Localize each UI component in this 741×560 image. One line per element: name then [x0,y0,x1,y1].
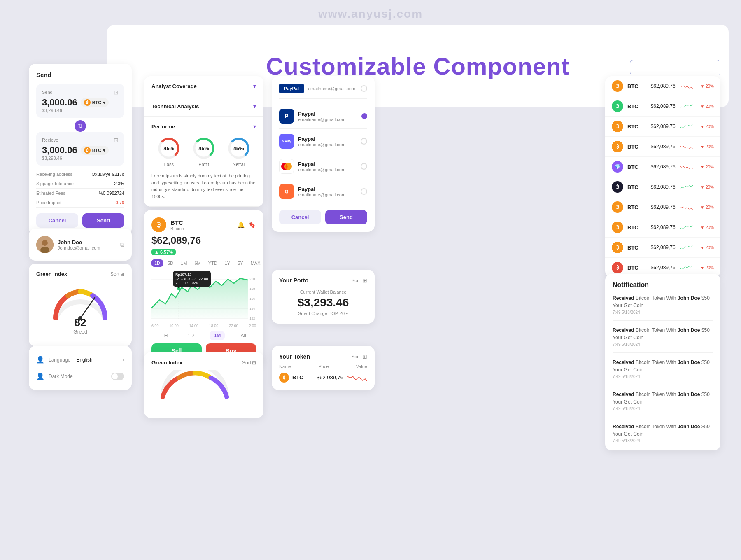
tooltip-volume: Volume: 102K [175,281,208,285]
sparkline-5 [680,162,693,172]
porto-title: Your Porto [279,277,308,284]
crypto-name-7: BTC [627,204,638,210]
fees-row: Etimated Fees %0.0982724 [36,189,124,198]
receive-usd: $3,293.46 [42,156,119,161]
bell-icon[interactable]: 🔔 [237,221,245,229]
crypto-change-10: ▼ 20% [697,266,714,270]
crypto-name-4: BTC [627,144,638,150]
payment-header-info: emailname@gmail.com [308,86,355,91]
sparkline-4 [680,142,693,152]
green-index-card2: Green Index Sort ⊞ [144,352,263,418]
swap-button[interactable]: ⇅ [75,120,86,132]
porto-sort[interactable]: Sort ⊞ [352,277,367,284]
btc-fullname: Bitcoin [170,226,184,231]
paypal-info: Paypal emailname@gmail.com [298,111,345,122]
tab-1y[interactable]: 1Y [222,259,233,267]
notif-item-2: Received Bitcoin Token With John Doe $50… [613,327,713,353]
crypto-row-7[interactable]: ₿ BTC $62,089,76 ▼ 20% [605,197,720,217]
gpay-radio[interactable] [361,138,367,145]
crypto-row-6[interactable]: ₿ BTC $62,089,76 ▼ 20% [605,177,720,197]
qr-radio[interactable] [361,188,367,195]
crypto-icon-6: ₿ [612,181,623,193]
coin-badge[interactable]: ₿ BTC ▾ [81,98,109,107]
crypto-price-10: $62,089,76 [643,265,676,271]
gpay-icon: GPay [279,134,294,149]
payment-cancel-button[interactable]: Cancel [279,210,321,224]
receive-label: Recieve ⊡ [42,137,119,143]
gauge-svg2 [151,370,238,399]
btc-price: $62,089,76 [151,235,256,246]
qr-icon: Q [279,184,294,199]
crypto-change-1: ▼ 20% [697,84,714,89]
svg-text:198: 198 [249,287,255,291]
sparkline-7 [680,202,693,212]
profile-info: John Doe Johndoe@gmail.com [58,239,100,250]
crypto-change-3: ▼ 20% [697,124,714,129]
mc-radio[interactable] [361,163,367,170]
analyst-coverage-header[interactable]: Analyst Coverage ▾ [144,76,263,96]
perform-gauges: 45% Loss 45% Profit [151,136,256,167]
chart-x-labels: 6:00 10:00 14:00 18:00 22:00 2:00 [151,324,256,328]
period-1d[interactable]: 1D [184,331,198,340]
crypto-row-1[interactable]: ₿ BTC $62,089,76 ▼ 20% [605,76,720,96]
period-1m[interactable]: 1M [210,331,225,340]
language-arrow[interactable]: › [123,357,124,363]
bookmark-icon[interactable]: 🔖 [248,221,256,229]
tab-max[interactable]: MAX [248,259,263,267]
perform-header[interactable]: Performe ▾ [144,117,263,136]
profit-gauge-circle: 45% [192,136,216,160]
payment-send-button[interactable]: Send [325,210,367,224]
sparkline-9 [680,243,693,253]
crypto-icon-10: ₿ [612,262,623,273]
notif-item-4: Received Bitcoin Token With John Doe $50… [613,391,713,417]
tab-6m[interactable]: 6M [191,259,203,267]
porto-card: Your Porto Sort ⊞ Current Wallet Balance… [272,270,375,324]
send-button[interactable]: Send [82,213,124,228]
tab-5d[interactable]: 5D [165,259,176,267]
crypto-row-2[interactable]: ₿ BTC $62,089,76 ▼ 20% [605,96,720,117]
search-input[interactable] [630,60,720,75]
green-index-title2: Green Index [151,359,182,366]
token-btc-icon: ₿ [279,373,289,383]
header-radio[interactable] [361,85,367,92]
sparkline-6 [680,182,693,192]
crypto-row-3[interactable]: ₿ BTC $62,089,76 ▼ 20% [605,117,720,137]
receive-btc-icon: ₿ [84,147,91,154]
green-index-card: Green Index Sort ⊞ 82 Greed [29,264,132,346]
receive-coin-badge[interactable]: ₿ BTC ▾ [81,146,109,155]
tab-1m[interactable]: 1M [178,259,190,267]
tab-5y[interactable]: 5Y [235,259,246,267]
technical-analysis-header[interactable]: Technical Analysis ▾ [144,96,263,116]
period-all[interactable]: All [236,331,250,340]
crypto-name-3: BTC [627,124,638,130]
sparkline-3 [680,121,693,132]
payment-buttons: Cancel Send [279,210,367,224]
period-1h[interactable]: 1H [157,331,172,340]
copy-icon[interactable]: ⧉ [120,241,124,248]
crypto-row-9[interactable]: ₿ BTC $62,089,76 ▼ 20% [605,238,720,258]
dark-mode-toggle[interactable] [111,373,124,380]
hero-title: Customizable Component [266,52,569,80]
payment-header-email: emailname@gmail.com [308,86,355,91]
perform-body: 45% Loss 45% Profit [144,136,263,206]
analyst-card: Analyst Coverage ▾ Technical Analysis ▾ … [144,76,263,207]
tab-ytd[interactable]: YTD [205,259,220,267]
chart-area: Rp197.12 28 Okt 2022 - 22:00 Volume: 102… [151,271,256,320]
token-card: Your Token Sort ⊞ Name Price Value ₿ BTC… [272,346,375,390]
crypto-row-4[interactable]: ₿ BTC $62,089,76 ▼ 20% [605,137,720,157]
smart-change[interactable]: Smart Change BOP-20 ▾ [279,311,367,316]
svg-text:194: 194 [249,307,255,310]
green-index-header2: Green Index Sort ⊞ [151,359,256,366]
sort-icon2[interactable]: Sort ⊞ [242,360,256,366]
crypto-row-5[interactable]: 💎 BTC $62,089,76 ▼ 20% [605,157,720,177]
sort-icon[interactable]: Sort ⊞ [110,271,124,277]
svg-text:196: 196 [249,297,255,301]
tab-1d[interactable]: 1D [151,259,163,267]
notif-text-3: Received Bitcoin Token With John Doe $50… [613,359,713,373]
crypto-price-6: $62,089,76 [643,184,676,190]
cancel-button[interactable]: Cancel [36,213,78,228]
netral-label: Netral [233,162,245,167]
token-sort[interactable]: Sort ⊞ [352,353,367,360]
darkmode-row: 👤 Dark Mode [36,368,124,384]
crypto-row-8[interactable]: ₿ BTC $62,089,76 ▼ 20% [605,217,720,238]
